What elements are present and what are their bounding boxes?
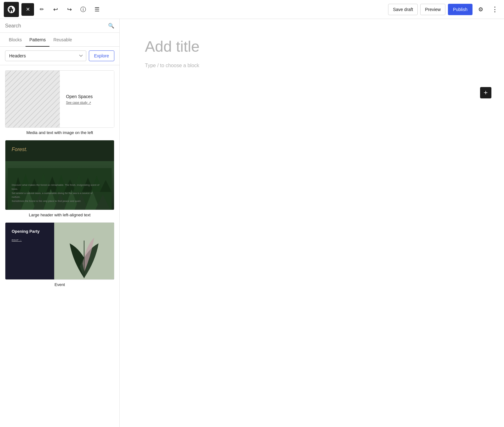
preview-event-right [54, 223, 114, 279]
list-icon: ☰ [94, 6, 100, 13]
pattern-item[interactable]: Opening Party RSVP → [5, 222, 114, 288]
pattern-list: Open Spaces See case study ↗ Media and t… [0, 65, 119, 427]
category-select[interactable]: Headers Text Gallery Footer [5, 50, 86, 61]
toolbar: ✕ ✏ ↩ ↪ ⓘ ☰ Save draft Preview Publish ⚙… [0, 0, 504, 19]
preview-text-link: See case study ↗ [66, 101, 91, 104]
pencil-button[interactable]: ✏ [35, 3, 48, 16]
preview-button[interactable]: Preview [420, 4, 445, 15]
search-button[interactable]: 🔍 [108, 23, 114, 29]
wp-logo-icon [7, 5, 16, 14]
preview-event-title: Opening Party [12, 229, 48, 234]
toolbar-left: ✕ ✏ ↩ ↪ ⓘ ☰ [4, 2, 387, 17]
pattern-label: Event [5, 282, 114, 288]
pattern-preview-forest: Forest. Discover what makes the forest s… [5, 140, 114, 210]
search-icon: 🔍 [108, 23, 114, 29]
filter-row: Headers Text Gallery Footer Explore [0, 47, 119, 65]
list-view-button[interactable]: ☰ [91, 3, 103, 16]
pattern-item[interactable]: Forest. Discover what makes the forest s… [5, 140, 114, 219]
save-draft-button[interactable]: Save draft [388, 4, 418, 15]
pattern-item[interactable]: Open Spaces See case study ↗ Media and t… [5, 70, 114, 136]
preview-event-left: Opening Party RSVP → [5, 223, 54, 279]
search-bar: 🔍 [0, 19, 119, 33]
tab-reusable[interactable]: Reusable [49, 33, 76, 47]
tabs-bar: Blocks Patterns Reusable [0, 33, 119, 47]
add-block-button[interactable]: + [480, 87, 491, 98]
preview-forest-small-text: Discover what makes the forest so remark… [12, 183, 100, 203]
tab-patterns[interactable]: Patterns [26, 33, 49, 47]
preview-text-title: Open Spaces [66, 94, 93, 99]
toolbar-right: Save draft Preview Publish ⚙ ⋮ [388, 4, 500, 15]
close-icon: ✕ [26, 6, 30, 12]
editor-area[interactable]: Type / to choose a block + [120, 19, 504, 427]
info-icon: ⓘ [80, 6, 86, 13]
preview-image [5, 71, 60, 127]
preview-text: Open Spaces See case study ↗ [60, 71, 114, 127]
preview-forest: Forest. Discover what makes the forest s… [5, 140, 114, 210]
editor-content-placeholder[interactable]: Type / to choose a block [145, 63, 479, 68]
undo-button[interactable]: ↩ [49, 3, 62, 16]
explore-button[interactable]: Explore [89, 50, 114, 61]
pattern-label: Media and text with image on the left [5, 130, 114, 136]
pattern-label: Large header with left-aligned text [5, 212, 114, 219]
pattern-preview-event: Opening Party RSVP → [5, 222, 114, 280]
pencil-icon: ✏ [40, 6, 44, 12]
more-options-button[interactable]: ⋮ [489, 4, 500, 15]
sidebar: 🔍 Blocks Patterns Reusable Headers Text … [0, 19, 120, 427]
post-title-input[interactable] [145, 38, 479, 55]
pattern-preview-media-text: Open Spaces See case study ↗ [5, 70, 114, 128]
redo-icon: ↪ [67, 6, 72, 13]
redo-button[interactable]: ↪ [63, 3, 76, 16]
preview-forest-title: Forest. [12, 147, 27, 152]
preview-event-rsvp: RSVP → [12, 239, 48, 242]
main-area: 🔍 Blocks Patterns Reusable Headers Text … [0, 19, 504, 427]
preview-event: Opening Party RSVP → [5, 223, 114, 279]
tab-blocks[interactable]: Blocks [5, 33, 26, 47]
wp-logo[interactable] [4, 2, 19, 17]
gear-icon: ⚙ [478, 6, 483, 13]
info-button[interactable]: ⓘ [77, 3, 89, 16]
publish-button[interactable]: Publish [448, 4, 472, 15]
undo-icon: ↩ [53, 6, 58, 13]
close-button[interactable]: ✕ [21, 3, 34, 16]
plant-svg [67, 231, 101, 279]
settings-button[interactable]: ⚙ [475, 4, 486, 15]
search-input[interactable] [5, 23, 106, 29]
more-icon: ⋮ [491, 5, 498, 14]
